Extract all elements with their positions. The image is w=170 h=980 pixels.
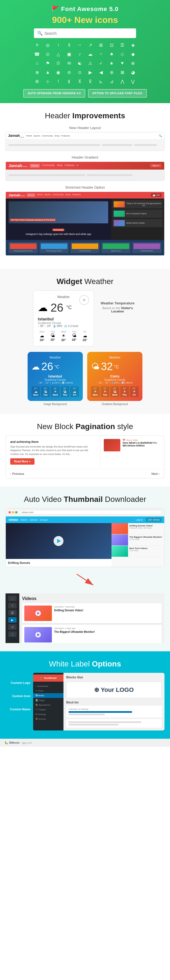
custom-logo-label: Custom Logo (5, 681, 30, 684)
wp-sidebar-plugins[interactable]: 🔌 Plugins (33, 707, 64, 712)
wp-media-icon: 🖼 (8, 610, 16, 616)
fa-icon: ⚠ (86, 60, 95, 67)
side-video-thumb-1 (112, 523, 128, 534)
compass-icon: ⊕ (79, 295, 89, 305)
wp-sidebar-media[interactable]: 🖼 Media (33, 693, 64, 698)
side-video-views-3: 8.2k views (130, 550, 148, 552)
grad-details-2: ↑ 38° ↓ 30° | 💧60% | 💨6.9km/s (91, 381, 138, 384)
fa-icon: ▣ (64, 51, 74, 58)
gradient-jannah-logo: Jannahnews (8, 164, 27, 168)
wp-play-btn-1[interactable] (35, 611, 41, 616)
stretched-nav: Jannahnews Home World Sports Community S… (6, 192, 164, 199)
wp-posts-icon: ✎ (8, 603, 16, 608)
stretched-container: Jannahnews Home World Sports Community S… (6, 192, 164, 255)
fa-buttons-row: AUTO UPGRADE FROM VERSION 4.0 OPTION TO … (5, 89, 165, 98)
weather-card-blue: Weather ☁ 26 °C Istanbul Scattered Cloud… (27, 352, 83, 401)
block-pagination-section: New Block Pagination style and achieving… (0, 414, 170, 487)
custom-icon-label: Custom Icon (5, 694, 30, 698)
weather-grad-title-2: Weather (91, 356, 138, 359)
wp-settings-icon: ⚙ (8, 624, 16, 630)
main-video-title: Drifting Donuts (8, 561, 109, 565)
next-button[interactable]: Next › (151, 472, 160, 476)
fa-icon: ☯ (75, 60, 84, 67)
pagination-side-item: 📅 Oct 4, 2018 Here What's in Battlefield… (104, 439, 161, 452)
grad-cloud-icon-2: 🌤 (91, 362, 99, 371)
article-title: and achieving them (10, 440, 96, 444)
footer-url: tgge.com (22, 741, 32, 744)
vimeo-content: Drifting Donuts Drifting Donuts Video! F… (6, 523, 164, 566)
wp-sidebar-archive[interactable]: 📦 Archive (33, 717, 64, 721)
weather-grad-main-2: 🌤 32 °C (91, 361, 138, 372)
wp-play-btn-2[interactable] (35, 632, 41, 638)
weather-widget-section: Widget Weather Weather ⊕ ☁ 26 °C Istanbu… (0, 269, 170, 414)
grad-city: Istanbul (32, 374, 79, 378)
cloud-icon: ☁ (38, 302, 48, 313)
wp-video-info-2: Uploaded: 2 days ago The Biggest Ultrawi… (54, 627, 159, 643)
grad-day-3: 38° ☀ Wed (51, 386, 59, 397)
gradient-label: Header Gradient (5, 155, 165, 159)
weather-card-orange: Weather 🌤 32 °C Cairo Scattered Clouds ↑… (87, 352, 143, 401)
wp-sidebar-pages[interactable]: 📄 Pages (33, 698, 64, 703)
fa-icon: ⋀ (118, 78, 127, 85)
block-bar-3 (69, 724, 119, 725)
vimeo-side-item-1: Drifting Donuts Video! Featured Video: 1… (112, 523, 164, 535)
fa-icon: ⊻ (64, 78, 74, 85)
prev-button[interactable]: ‹ Previous (10, 472, 24, 476)
wp-video-meta-1: Uploaded: Yesterday (54, 606, 159, 608)
wp-sidebar-dashboard[interactable]: ⌂ Dashboard (33, 684, 64, 689)
fa-icon: ▲ (43, 68, 53, 76)
browser-url-bar[interactable]: vimeo.com (19, 510, 162, 515)
side-item-1: Today is the sentiment that glycoprotein… (112, 200, 162, 208)
fa-icon: ⊹ (43, 78, 53, 85)
white-label-title: White Label Options (5, 660, 165, 668)
search-input[interactable] (45, 31, 133, 36)
stretched-nav-items: Home World Sports Community Shop Feature… (27, 193, 149, 197)
forecast-day-5: Fri ☁ 28° (80, 330, 89, 342)
fa-title: 🚩 Font Awesome 5.0 (5, 5, 165, 13)
wp-sidebar-appearance[interactable]: 🎨 Appearance (33, 703, 64, 707)
side-video-title-3: Best Tech Videos (130, 547, 148, 550)
card-text-1: Breaking News Article (10, 250, 37, 252)
fa-icon: ◎ (43, 41, 53, 49)
wp-sidebar-posts[interactable]: ✎ Posts (33, 689, 64, 693)
fa-icon: ⊽ (86, 78, 95, 85)
fa-icon: ≡ (32, 41, 42, 49)
wp-video-meta-2: Uploaded: 2 days ago (54, 627, 159, 630)
wp-video-icon[interactable]: ▶ (8, 617, 16, 623)
wp-dashboard-icon: ⌂ (8, 596, 16, 601)
your-logo-display: ⊕ Your LOGO (66, 682, 162, 698)
fa-subtitle: 900+ New icons (5, 15, 165, 25)
card-color-1 (10, 243, 37, 249)
side-text-3: Global Market Update (126, 222, 144, 224)
weather-details: ↑ 30° ↓ 24° 💧 89% 💨 4.2 km/s (38, 325, 89, 328)
search-icon: 🔍 (37, 30, 43, 36)
fa-icon: ♥ (118, 60, 127, 67)
grad-day-1: 31° ☁ Mon (32, 386, 40, 397)
grad-day-2-3: 38° 🌤 Wed (111, 386, 119, 397)
weather-main-row: Weather ⊕ ☁ 26 °C Istanbul Scattered Clo… (5, 290, 165, 346)
pagination-demo-box: and achieving them Stay focused and reme… (5, 435, 165, 479)
play-icon (57, 539, 61, 543)
weather-city: Istanbul (38, 317, 89, 321)
grad-unit: °C (55, 364, 59, 369)
gradient-bg-label: Gradient Background (102, 402, 128, 406)
bottom-card-1: Breaking News Article (8, 242, 38, 253)
fa-icon: ◕ (128, 68, 138, 76)
grad-cloud-icon: ☁ (32, 362, 40, 371)
minimize-dot (12, 511, 14, 514)
offload-button[interactable]: OPTION TO OFFLOAD FONT FILES (88, 89, 147, 98)
vimeo-nav-bar: vimeo Watch Upload Groups Log in Join Vi… (6, 517, 164, 523)
footer-logo: 🐛 Alilevun (5, 741, 19, 745)
read-more-button[interactable]: Read More + (10, 458, 35, 465)
fa-icons-grid: ≡ ◎ ↕ ⇕ ↔ ↗ ⊞ ⊡ ☰ ◈ ☎ ⊙ △ ▣ ♪ ☁ ♂ ♣ ◇ ◆ … (32, 41, 138, 85)
custom-name-label: Custom Name (5, 708, 30, 711)
fa-icon: ⚑ (43, 60, 53, 67)
wp-sidebar-settings[interactable]: ⚙ Settings (33, 712, 64, 717)
upgrade-button[interactable]: AUTO UPGRADE FROM VERSION 4.0 (23, 89, 85, 98)
weather-section-title: Widget Weather (5, 277, 165, 286)
grad-day-2-4: 36° ☀ Thu (120, 386, 129, 397)
play-button[interactable] (53, 536, 64, 546)
fa-icon: ↗ (86, 41, 95, 49)
browser-dots (8, 511, 18, 514)
wp-content-area: Videos Uploaded: Yesterday Drifting Donu… (19, 593, 165, 643)
